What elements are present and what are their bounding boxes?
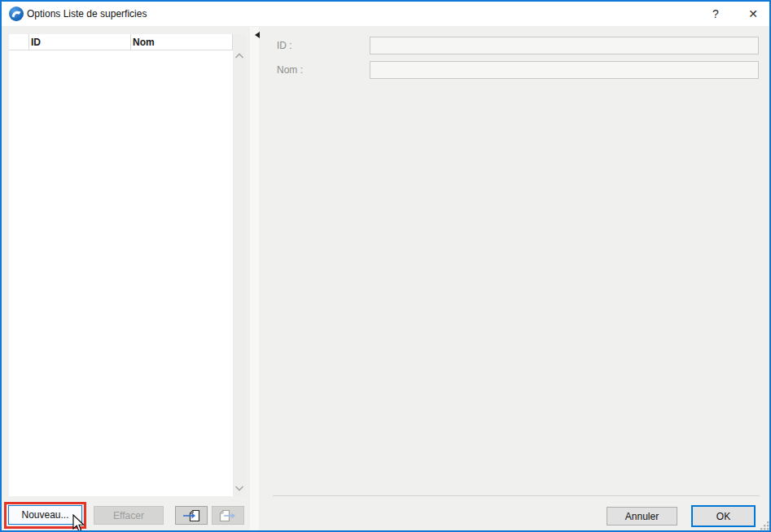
id-label: ID : (277, 40, 292, 51)
export-button[interactable] (212, 506, 244, 525)
surface-list[interactable]: ID Nom (9, 34, 233, 496)
import-item-icon (181, 508, 202, 523)
help-button[interactable]: ? (702, 2, 729, 26)
close-button[interactable]: ✕ (739, 2, 767, 26)
column-header-nom[interactable]: Nom (133, 37, 155, 48)
resize-grip[interactable] (759, 520, 770, 531)
app-logo-icon (8, 6, 24, 22)
import-button[interactable] (175, 506, 208, 525)
list-header: ID Nom (9, 34, 233, 50)
titlebar[interactable]: Options Liste de superficies ? ✕ (2, 2, 769, 26)
list-scrollbar[interactable] (233, 34, 246, 496)
cancel-button[interactable]: Annuler (607, 507, 677, 525)
id-field[interactable] (370, 37, 759, 55)
new-button[interactable]: Nouveau... (8, 505, 82, 525)
column-header-id[interactable]: ID (31, 37, 41, 48)
panel-splitter[interactable] (250, 27, 259, 532)
ok-button[interactable]: OK (691, 505, 756, 527)
list-body[interactable] (9, 51, 233, 496)
help-icon: ? (712, 7, 719, 20)
nom-field[interactable] (370, 61, 759, 79)
header-divider (130, 34, 131, 50)
options-surface-list-dialog: Options Liste de superficies ? ✕ ID Nom … (0, 0, 771, 532)
scroll-down-icon[interactable] (234, 485, 244, 491)
export-item-icon (217, 508, 239, 523)
delete-button[interactable]: Effacer (94, 506, 164, 525)
close-icon: ✕ (748, 7, 758, 20)
footer-separator (273, 495, 760, 496)
window-title: Options Liste de superficies (27, 2, 147, 26)
header-divider (28, 34, 29, 50)
scroll-up-icon[interactable] (234, 53, 244, 59)
nom-label: Nom : (277, 64, 303, 76)
collapse-left-icon[interactable] (255, 32, 260, 38)
